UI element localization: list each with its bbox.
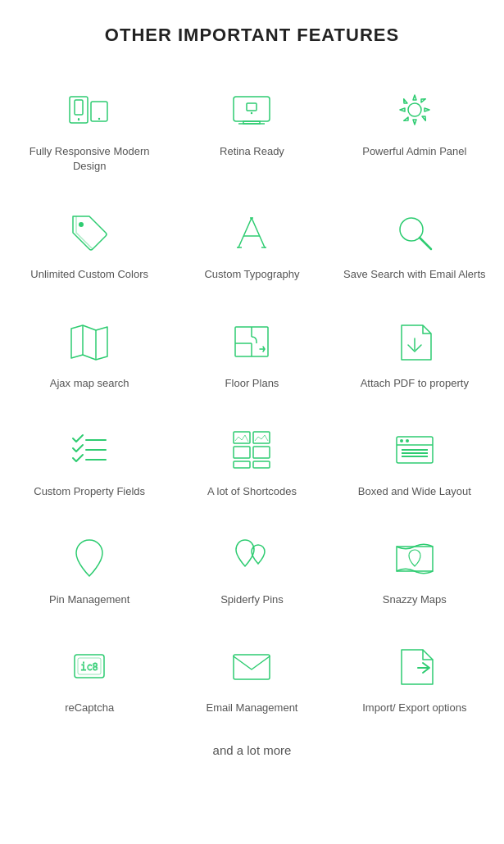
svg-point-45 bbox=[256, 549, 261, 554]
search-email-icon bbox=[390, 208, 439, 257]
typography-label: Custom Typography bbox=[204, 267, 299, 282]
email-icon bbox=[227, 642, 276, 691]
pin-label: Pin Management bbox=[49, 592, 129, 607]
and-more-text: and a lot more bbox=[213, 743, 292, 757]
feature-floor-plans: Floor Plans bbox=[170, 302, 333, 402]
svg-point-11 bbox=[408, 103, 421, 116]
feature-snazzy: Snazzy Maps bbox=[334, 519, 496, 619]
import-export-icon bbox=[390, 642, 439, 691]
import-export-label: Import/ Export options bbox=[362, 701, 466, 715]
pdf-icon bbox=[390, 317, 439, 366]
feature-pdf: Attach PDF to property bbox=[334, 302, 496, 402]
svg-rect-5 bbox=[75, 100, 83, 115]
responsive-icon bbox=[65, 85, 114, 134]
svg-rect-31 bbox=[253, 432, 270, 443]
features-grid: Fully Responsive Modern Design Retina Re… bbox=[8, 70, 496, 727]
svg-line-51 bbox=[423, 650, 433, 660]
pin-icon bbox=[65, 533, 114, 583]
spiderfy-label: Spiderfy Pins bbox=[220, 592, 284, 607]
svg-text:ic8: ic8 bbox=[80, 661, 98, 673]
svg-rect-6 bbox=[234, 97, 270, 121]
floor-plans-icon bbox=[227, 317, 276, 366]
floor-plans-label: Floor Plans bbox=[225, 376, 279, 391]
feature-typography: Custom Typography bbox=[170, 193, 333, 293]
layout-label: Boxed and Wide Layout bbox=[358, 484, 471, 499]
admin-icon bbox=[390, 85, 439, 134]
snazzy-icon bbox=[390, 533, 439, 583]
feature-spiderfy: Spiderfy Pins bbox=[170, 519, 333, 619]
svg-point-3 bbox=[78, 119, 79, 120]
typography-icon bbox=[227, 208, 276, 257]
feature-fields: Custom Property Fields bbox=[8, 411, 170, 510]
footer-row: and a lot more bbox=[8, 727, 496, 765]
retina-icon bbox=[227, 85, 276, 134]
snazzy-label: Snazzy Maps bbox=[383, 592, 447, 607]
feature-recaptcha: ic8 reCaptcha bbox=[8, 627, 170, 727]
fields-icon bbox=[65, 425, 114, 474]
feature-admin: Powerful Admin Panel bbox=[334, 70, 496, 185]
svg-line-18 bbox=[420, 238, 431, 249]
feature-layout: Boxed and Wide Layout bbox=[334, 411, 496, 510]
feature-import-export: Import/ Export options bbox=[334, 627, 496, 727]
admin-label: Powerful Admin Panel bbox=[362, 144, 466, 159]
feature-email: Email Management bbox=[170, 627, 333, 727]
svg-rect-34 bbox=[234, 461, 250, 468]
feature-search-email: Save Search with Email Alerts bbox=[334, 193, 496, 293]
feature-pin: Pin Management bbox=[8, 519, 170, 619]
search-email-label: Save Search with Email Alerts bbox=[343, 267, 485, 282]
recaptcha-label: reCaptcha bbox=[65, 701, 114, 715]
map-search-label: Ajax map search bbox=[50, 376, 129, 391]
svg-point-41 bbox=[400, 439, 403, 442]
responsive-label: Fully Responsive Modern Design bbox=[16, 144, 162, 174]
svg-point-42 bbox=[406, 439, 409, 442]
page-title: OTHER IMPORTANT FEATURES bbox=[8, 25, 496, 46]
feature-map-search: Ajax map search bbox=[8, 302, 170, 402]
email-label: Email Management bbox=[206, 701, 297, 715]
svg-point-12 bbox=[79, 222, 84, 227]
svg-point-46 bbox=[412, 553, 417, 558]
shortcodes-icon bbox=[227, 425, 276, 474]
colors-icon bbox=[65, 208, 114, 257]
fields-label: Custom Property Fields bbox=[34, 484, 145, 499]
feature-retina: Retina Ready bbox=[170, 70, 333, 185]
svg-rect-35 bbox=[253, 461, 270, 468]
recaptcha-icon: ic8 bbox=[65, 642, 114, 691]
retina-label: Retina Ready bbox=[220, 144, 284, 159]
svg-point-4 bbox=[98, 118, 100, 120]
feature-responsive: Fully Responsive Modern Design bbox=[8, 70, 170, 185]
feature-colors: Unlimited Custom Colors bbox=[8, 193, 170, 293]
svg-rect-33 bbox=[253, 447, 270, 458]
spiderfy-icon bbox=[227, 533, 276, 583]
feature-shortcodes: A lot of Shortcodes bbox=[170, 411, 333, 510]
svg-point-10 bbox=[251, 112, 252, 114]
svg-rect-50 bbox=[234, 655, 270, 679]
svg-rect-9 bbox=[247, 103, 257, 111]
map-search-icon bbox=[65, 317, 114, 366]
svg-point-43 bbox=[84, 548, 94, 558]
svg-point-44 bbox=[242, 547, 248, 553]
svg-rect-32 bbox=[234, 447, 250, 458]
shortcodes-label: A lot of Shortcodes bbox=[207, 484, 297, 499]
page-container: OTHER IMPORTANT FEATURES Fully Responsiv… bbox=[0, 0, 504, 798]
pdf-label: Attach PDF to property bbox=[361, 376, 469, 391]
svg-rect-30 bbox=[234, 432, 250, 443]
colors-label: Unlimited Custom Colors bbox=[30, 267, 148, 282]
layout-icon bbox=[390, 425, 439, 474]
